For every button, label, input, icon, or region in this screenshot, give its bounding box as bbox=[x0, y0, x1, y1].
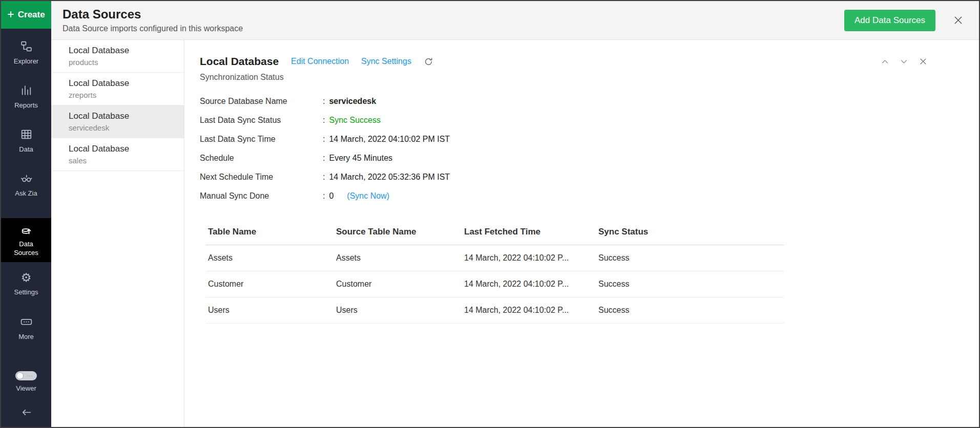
datasource-title: Local Database bbox=[69, 46, 177, 56]
chevron-up-icon[interactable] bbox=[881, 57, 889, 66]
datasource-subtitle: products bbox=[69, 58, 177, 67]
datasource-list-item[interactable]: Local Database products bbox=[51, 40, 184, 73]
toggle-knob-icon bbox=[16, 372, 24, 379]
datasource-subtitle: zreports bbox=[69, 91, 177, 99]
close-detail-icon[interactable] bbox=[919, 57, 928, 66]
field-label: Last Data Sync Time bbox=[200, 134, 323, 144]
detail-header: Local Database Edit Connection Sync Sett… bbox=[200, 55, 928, 68]
cell-sync-status: Success bbox=[596, 245, 784, 271]
field-row: Source Database Name servicedesk bbox=[200, 96, 928, 106]
detail-title: Local Database bbox=[200, 55, 279, 68]
cell-last-fetched-time: 14 March, 2022 04:10:02 P... bbox=[462, 297, 596, 324]
sync-settings-link[interactable]: Sync Settings bbox=[361, 57, 411, 66]
cell-source-table-name: Customer bbox=[334, 271, 462, 297]
sync-status-value: Sync Success bbox=[329, 115, 380, 125]
field-value: 14 March, 2022 04:10:02 PM IST bbox=[329, 134, 450, 144]
field-row: Last Data Sync Status Sync Success bbox=[200, 115, 928, 125]
cell-source-table-name: Assets bbox=[334, 245, 462, 271]
field-label: Source Database Name bbox=[200, 96, 323, 106]
chevron-down-icon[interactable] bbox=[900, 57, 908, 66]
sidebar-item-data[interactable]: Data bbox=[1, 119, 51, 163]
sidebar: + Create Explorer Reports Data bbox=[1, 1, 51, 427]
datasource-list-item[interactable]: Local Database sales bbox=[51, 138, 184, 171]
cell-last-fetched-time: 14 March, 2022 04:10:02 P... bbox=[462, 271, 596, 297]
viewer-toggle[interactable]: ... bbox=[15, 371, 37, 380]
sidebar-item-label: Settings bbox=[14, 288, 38, 297]
field-colon bbox=[323, 134, 325, 144]
field-label: Schedule bbox=[200, 153, 323, 163]
datasource-subtitle: sales bbox=[69, 156, 177, 165]
page-title: Data Sources bbox=[62, 7, 243, 22]
column-header-sync-status: Sync Status bbox=[596, 222, 784, 245]
more-icon bbox=[20, 315, 33, 328]
field-value: servicedesk bbox=[329, 96, 376, 106]
sidebar-item-label: Reports bbox=[14, 101, 38, 110]
field-colon bbox=[323, 172, 325, 182]
cell-source-table-name: Users bbox=[334, 297, 462, 324]
header-text: Data Sources Data Source imports configu… bbox=[62, 7, 243, 33]
field-colon bbox=[323, 153, 325, 163]
sidebar-item-label: Data bbox=[19, 145, 33, 154]
datasource-list-item[interactable]: Local Database zreports bbox=[51, 73, 184, 105]
sidebar-item-reports[interactable]: Reports bbox=[1, 75, 51, 119]
sidebar-item-label: Viewer bbox=[16, 384, 36, 393]
sidebar-item-viewer: ... Viewer bbox=[1, 363, 51, 400]
sidebar-item-settings[interactable]: ⚙ Settings bbox=[1, 262, 51, 306]
field-row: Manual Sync Done 0 (Sync Now) bbox=[200, 191, 928, 201]
sidebar-item-label: Ask Zia bbox=[15, 189, 37, 198]
app-window: + Create Explorer Reports Data bbox=[0, 0, 980, 428]
page-subtitle: Data Source imports configured in this w… bbox=[62, 24, 243, 33]
field-row: Schedule Every 45 Minutes bbox=[200, 153, 928, 163]
datasource-title: Local Database bbox=[69, 144, 177, 154]
sidebar-item-explorer[interactable]: Explorer bbox=[1, 31, 51, 75]
field-label: Manual Sync Done bbox=[200, 191, 323, 201]
sync-tables-section: Table Name Source Table Name Last Fetche… bbox=[206, 222, 928, 324]
collapse-sidebar-button[interactable] bbox=[1, 400, 51, 424]
explorer-icon bbox=[20, 40, 33, 53]
create-button-label: Create bbox=[18, 10, 45, 20]
sidebar-item-ask-zia[interactable]: Ask Zia bbox=[1, 163, 51, 207]
cell-table-name: Customer bbox=[206, 271, 334, 297]
sidebar-item-label: Data Sources bbox=[8, 240, 45, 258]
sync-now-link[interactable]: (Sync Now) bbox=[347, 191, 389, 201]
field-value: Every 45 Minutes bbox=[329, 153, 392, 163]
column-header-table-name: Table Name bbox=[206, 222, 334, 245]
datasource-detail-panel: Local Database Edit Connection Sync Sett… bbox=[184, 40, 979, 427]
cell-last-fetched-time: 14 March, 2022 04:10:02 P... bbox=[462, 245, 596, 271]
cell-table-name: Users bbox=[206, 297, 334, 324]
cell-sync-status: Success bbox=[596, 271, 784, 297]
ask-zia-icon bbox=[20, 172, 33, 185]
content-area: Local Database products Local Database z… bbox=[51, 40, 979, 427]
sidebar-item-data-sources[interactable]: Data Sources bbox=[1, 218, 51, 262]
main-area: Data Sources Data Source imports configu… bbox=[51, 1, 979, 427]
close-icon[interactable] bbox=[953, 15, 964, 26]
detail-nav-icons bbox=[881, 57, 928, 66]
plus-icon: + bbox=[7, 9, 14, 20]
page-header: Data Sources Data Source imports configu… bbox=[51, 1, 979, 40]
column-header-last-fetched-time: Last Fetched Time bbox=[462, 222, 596, 245]
datasource-list: Local Database products Local Database z… bbox=[51, 40, 184, 427]
header-actions: Add Data Sources bbox=[844, 10, 964, 31]
datasource-title: Local Database bbox=[69, 78, 177, 89]
data-sources-icon bbox=[20, 223, 33, 236]
datasource-title: Local Database bbox=[69, 111, 177, 121]
field-row: Next Schedule Time 14 March, 2022 05:32:… bbox=[200, 172, 928, 182]
add-data-sources-button[interactable]: Add Data Sources bbox=[844, 10, 935, 31]
field-label: Last Data Sync Status bbox=[200, 115, 323, 125]
table-row: Customer Customer 14 March, 2022 04:10:0… bbox=[206, 271, 784, 297]
sidebar-nav: Explorer Reports Data Ask Zia bbox=[1, 29, 51, 427]
sidebar-item-label: Explorer bbox=[14, 57, 38, 66]
cell-table-name: Assets bbox=[206, 245, 334, 271]
refresh-icon[interactable] bbox=[424, 57, 433, 67]
reports-icon bbox=[20, 84, 33, 97]
table-row: Assets Assets 14 March, 2022 04:10:02 P.… bbox=[206, 245, 784, 271]
field-colon bbox=[323, 191, 325, 201]
field-value: 0 bbox=[329, 191, 333, 201]
create-button[interactable]: + Create bbox=[1, 1, 51, 29]
sidebar-item-more[interactable]: More bbox=[1, 306, 51, 350]
table-header-row: Table Name Source Table Name Last Fetche… bbox=[206, 222, 784, 245]
datasource-list-item-selected[interactable]: Local Database servicedesk bbox=[51, 105, 184, 138]
sync-status-section-title: Synchronization Status bbox=[200, 73, 928, 82]
edit-connection-link[interactable]: Edit Connection bbox=[291, 57, 349, 66]
data-table-icon bbox=[20, 128, 33, 141]
